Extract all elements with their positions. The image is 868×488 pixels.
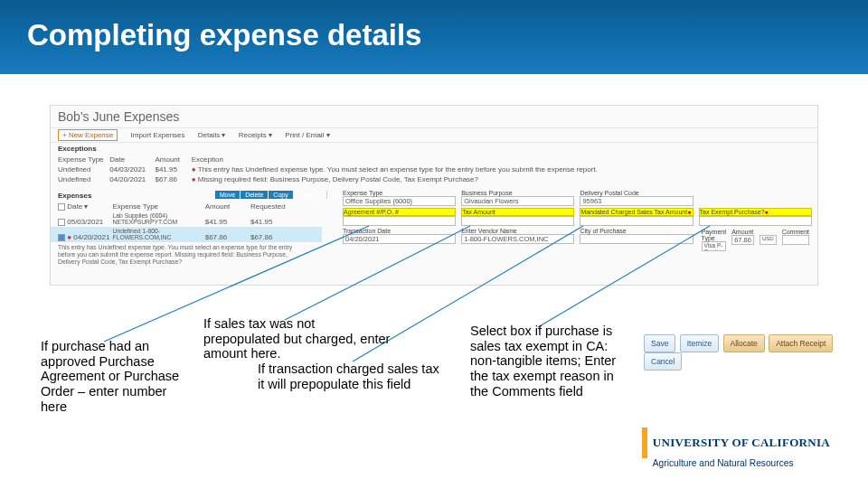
- toolbar: + New Expense Import Expenses Details ▾ …: [51, 128, 817, 143]
- tax-amount-field[interactable]: [461, 216, 574, 226]
- page-title: Completing expense details: [27, 18, 421, 52]
- logo-sub-text: Agriculture and Natural Resources: [642, 458, 830, 468]
- logo-main-text: UNIVERSITY OF CALIFORNIA: [653, 436, 830, 450]
- expense-type-select[interactable]: Office Supplies (6000): [343, 196, 456, 206]
- amount-field[interactable]: 67.86: [731, 235, 754, 245]
- exception-row: Undefined 04/20/2021 $67.86 ● Missing re…: [51, 174, 817, 184]
- transaction-date-field[interactable]: 04/20/2021: [343, 234, 456, 244]
- row-exception-detail: This entry has Undefined expense type. Y…: [51, 242, 308, 267]
- business-purpose-field[interactable]: Givaudan Flowers: [461, 196, 574, 206]
- expense-cols: Date ▾ Expense Type Amount Requested: [51, 202, 322, 211]
- agreement-po-label: Agreement #/P.O. #: [343, 208, 456, 216]
- delivery-postal-field[interactable]: 95963: [580, 196, 693, 206]
- expenses-list: Expenses Date ▾ Expense Type Amount Requ…: [51, 192, 322, 267]
- row-checkbox[interactable]: [58, 234, 65, 241]
- currency-select[interactable]: USD ▾: [760, 235, 777, 245]
- save-button[interactable]: Save: [644, 334, 675, 352]
- cancel-button[interactable]: Cancel: [644, 352, 682, 371]
- expense-row[interactable]: ● 04/20/2021 Undefined 1-800-FLOWERS.COM…: [51, 227, 322, 242]
- tax-amount-label: Tax Amount: [461, 208, 574, 216]
- receipts-menu[interactable]: Receipts ▾: [239, 131, 272, 139]
- expense-app-screenshot: Bob's June Expenses + New Expense Import…: [50, 105, 818, 286]
- agreement-po-field[interactable]: [343, 216, 456, 226]
- exceptions-cols: Expense Type Date Amount Exception: [51, 155, 817, 164]
- row-checkbox[interactable]: [58, 219, 65, 226]
- exception-row: Undefined 04/03/2021 $41.95 ● This entry…: [51, 164, 817, 174]
- callout-tax-exempt: Select box if purchase is sales tax exem…: [470, 324, 624, 399]
- attach-receipt-button[interactable]: Attach Receipt: [769, 334, 833, 352]
- mandated-sales-tax-field[interactable]: [580, 216, 693, 226]
- expense-row[interactable]: 05/03/2021 Lab Supplies (6004) NETEXPSUR…: [51, 211, 322, 227]
- city-purchase-field[interactable]: [580, 234, 693, 244]
- mandated-sales-tax-label: Mandated Charged Sales Tax Amount●: [580, 208, 693, 216]
- details-menu[interactable]: Details ▾: [198, 131, 226, 139]
- callout-mandated-sales-tax: If transaction charged sales tax it will…: [258, 361, 448, 391]
- new-expense-button[interactable]: + New Expense: [58, 129, 118, 141]
- print-email-menu[interactable]: Print / Email ▾: [285, 131, 329, 139]
- expense-detail-pane: Expense TypeOffice Supplies (6000) Busin…: [340, 189, 815, 253]
- select-all-checkbox[interactable]: [58, 203, 65, 211]
- uc-anr-logo: UNIVERSITY OF CALIFORNIA Agriculture and…: [642, 427, 830, 468]
- expenses-header: Expenses: [51, 190, 322, 202]
- vendor-name-field[interactable]: 1-800-FLOWERS.COM,INC: [461, 234, 574, 244]
- logo-bar-icon: [642, 427, 647, 458]
- report-title: Bob's June Expenses: [51, 106, 817, 128]
- callout-tax-amount: If sales tax was not prepopulated but ch…: [203, 316, 393, 361]
- tax-exempt-label: Tax Exempt Purchase?●: [699, 208, 812, 216]
- comment-field[interactable]: [782, 235, 809, 245]
- exceptions-header: Exceptions: [51, 143, 817, 155]
- itemize-button[interactable]: Itemize: [680, 334, 719, 352]
- action-button-row: Save Itemize Allocate Attach Receipt Can…: [644, 334, 868, 371]
- tax-exempt-select[interactable]: [699, 216, 812, 226]
- payment-type-field[interactable]: Visa P-Card: [702, 241, 727, 251]
- import-expenses-link[interactable]: Import Expenses: [131, 131, 185, 139]
- callout-agreement-po: If purchase had an approved Purchase Agr…: [41, 339, 190, 414]
- allocate-button[interactable]: Allocate: [723, 334, 765, 352]
